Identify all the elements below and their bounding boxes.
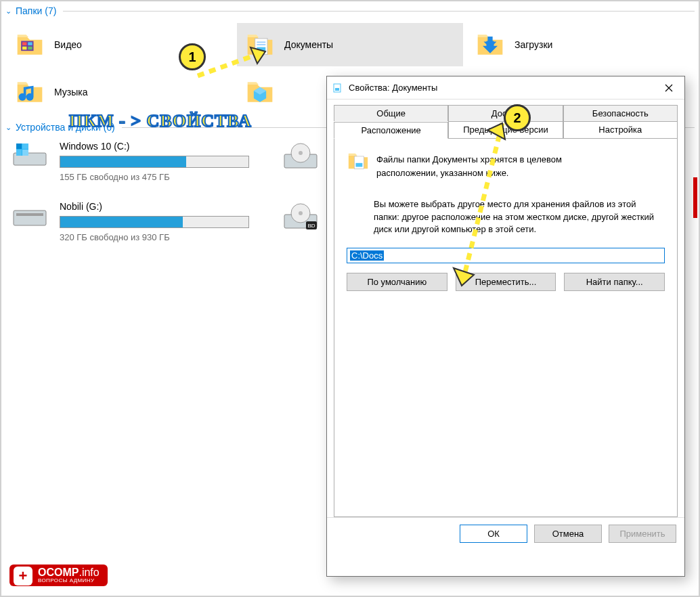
folders-section-header[interactable]: ⌄ Папки (7) (1, 1, 699, 19)
tab-customize[interactable]: Настройка (563, 121, 678, 138)
tab-location[interactable]: Расположение (334, 122, 448, 139)
folder-label: Музыка (54, 87, 88, 97)
tab-content-location: Файлы папки Документы хранятся в целевом… (334, 138, 678, 517)
find-target-button[interactable]: Найти папку... (564, 273, 665, 291)
folder-icon-music (15, 77, 45, 107)
move-button[interactable]: Переместить... (456, 273, 556, 291)
folder-music[interactable]: Музыка (7, 70, 233, 114)
location-path-value: C:\Docs (350, 250, 384, 261)
dialog-title: Свойства: Документы (349, 83, 653, 93)
svg-rect-18 (14, 211, 46, 225)
location-path-input[interactable]: C:\Docs (347, 248, 665, 263)
folder-label: Загрузки (515, 39, 552, 50)
svg-rect-3 (22, 47, 26, 50)
folder-icon-downloads (475, 30, 505, 60)
folder-icon-video (15, 30, 45, 60)
callout-badge-1: 1 (179, 43, 206, 70)
dialog-title-icon (332, 83, 343, 93)
svg-rect-30 (355, 163, 362, 167)
drive-icon-hdd (12, 201, 47, 228)
folder-downloads[interactable]: Загрузки (467, 23, 693, 66)
svg-rect-19 (16, 213, 43, 216)
folder-icon-documents (245, 30, 275, 60)
drive-free-text: 320 ГБ свободно из 930 ГБ (60, 232, 263, 242)
restore-default-button[interactable]: По умолчанию (347, 273, 447, 291)
tab-security[interactable]: Безопасность (563, 105, 678, 121)
scrollbar-indicator (693, 177, 697, 218)
bd-drive-icon[interactable]: BD (282, 201, 320, 232)
folder-documents[interactable]: Документы (237, 23, 463, 66)
svg-text:BD: BD (307, 223, 315, 229)
svg-rect-12 (22, 143, 28, 149)
dvd-drive-icon[interactable] (282, 141, 320, 172)
watermark-logo: + OCOMP.info ВОПРОСЫ АДМИНУ (9, 565, 108, 586)
svg-point-17 (299, 151, 303, 155)
drive-icon-windows (12, 141, 47, 168)
svg-rect-8 (257, 47, 265, 52)
drive-usage-bar (60, 156, 249, 168)
folder-icon-3d (245, 77, 275, 107)
info-paragraph: Вы можете выбрать другое место для хране… (347, 198, 665, 236)
chevron-down-icon: ⌄ (5, 7, 12, 16)
drive-name: Nobili (G:) (60, 201, 263, 212)
svg-rect-28 (335, 88, 339, 91)
folder-label: Видео (54, 39, 82, 50)
tab-general[interactable]: Общие (334, 105, 448, 121)
svg-rect-14 (22, 150, 28, 156)
drive-free-text: 155 ГБ свободно из 475 ГБ (60, 172, 263, 182)
dialog-footer: ОК Отмена Применить (327, 517, 684, 550)
dialog-titlebar[interactable]: Свойства: Документы (327, 76, 684, 100)
ok-button[interactable]: ОК (460, 525, 527, 543)
properties-dialog: Свойства: Документы Общие Доступ Безопас… (326, 76, 685, 577)
close-button[interactable] (653, 76, 684, 100)
drive-name: Windows 10 (C:) (60, 141, 263, 152)
svg-rect-11 (16, 143, 22, 149)
callout-badge-2: 2 (504, 104, 531, 131)
callout-text: ПКМ - > СВОЙСТВА (69, 111, 252, 131)
svg-rect-2 (28, 42, 32, 45)
svg-rect-1 (22, 42, 26, 45)
cancel-button[interactable]: Отмена (534, 525, 602, 543)
svg-rect-29 (354, 156, 364, 169)
apply-button[interactable]: Применить (609, 525, 676, 543)
svg-rect-13 (16, 150, 22, 156)
folder-label: Документы (284, 39, 333, 50)
folders-section-title: Папки (7) (16, 5, 56, 16)
info-line: Файлы папки Документы хранятся в целевом (376, 154, 562, 166)
info-line: расположении, указанном ниже. (376, 167, 562, 179)
svg-point-22 (299, 211, 303, 215)
drive-usage-bar (60, 216, 249, 228)
svg-rect-4 (28, 47, 32, 50)
chevron-down-icon: ⌄ (5, 123, 12, 132)
folder-icon-small (347, 150, 370, 175)
svg-rect-5 (255, 39, 267, 55)
